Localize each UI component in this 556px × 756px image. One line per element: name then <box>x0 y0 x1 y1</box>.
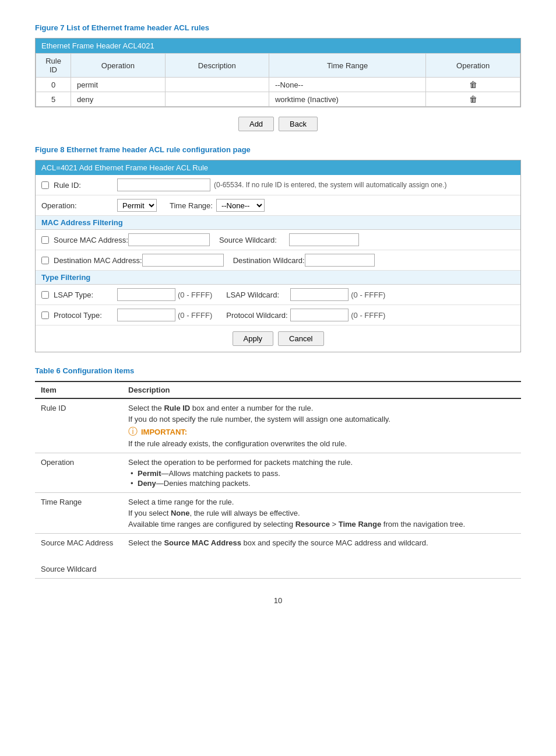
desc-line2: If you do not specify the rule number, t… <box>128 415 515 424</box>
table-row: Time Range Select a time range for the r… <box>35 493 521 534</box>
acl-table-wrapper: Ethernet Frame Header ACL4021 Rule ID Op… <box>35 38 521 107</box>
cell-delete[interactable]: 🗑 <box>426 78 520 92</box>
protocol-row: Protocol Type: (0 - FFFF) Protocol Wildc… <box>36 305 520 326</box>
trash-icon[interactable]: 🗑 <box>469 80 477 89</box>
table-row: Operation Select the operation to be per… <box>35 453 521 493</box>
desc-line1: Select the Rule ID box and enter a numbe… <box>128 404 515 412</box>
tr-desc2: If you select None, the rule will always… <box>128 509 515 517</box>
col-description: Description <box>165 54 269 78</box>
source-mac-label-wrap: Source MAC Address: <box>41 236 128 244</box>
tr-desc3: Available time ranges are configured by … <box>128 520 515 528</box>
dest-mac-checkbox[interactable] <box>41 257 49 264</box>
dest-mac-row: Destination MAC Address: Destination Wil… <box>36 250 520 271</box>
none-bold: None <box>171 509 190 517</box>
op-deny: Deny—Denies matching packets. <box>128 479 515 488</box>
figure7-section: Figure 7 List of Ethernet frame header A… <box>35 23 521 131</box>
table-row: Rule ID Select the Rule ID box and enter… <box>35 398 521 453</box>
acl-rules-table: Rule ID Operation Description Time Range… <box>36 53 520 107</box>
dest-mac-label-wrap: Destination MAC Address: <box>41 256 142 265</box>
cell-description <box>165 78 269 92</box>
col-operation: Operation <box>71 54 166 78</box>
rule-id-label-wrap: Rule ID: <box>41 181 117 190</box>
deny-bold: Deny <box>138 479 156 488</box>
back-button[interactable]: Back <box>279 117 318 131</box>
form-action-row: Apply Cancel <box>36 326 520 352</box>
protocol-range: (0 - FFFF) <box>178 311 212 320</box>
item-source: Source MAC Address Source Wildcard <box>35 534 122 579</box>
acl-table-header: Ethernet Frame Header ACL4021 <box>36 38 520 53</box>
lsap-wildcard-input[interactable] <box>290 288 349 301</box>
dest-mac-input[interactable] <box>142 254 224 267</box>
desc-line3: If the rule already exists, the configur… <box>128 439 515 448</box>
col-op2: Operation <box>426 54 520 78</box>
dest-wildcard-input[interactable] <box>305 254 375 267</box>
config-form-body: Rule ID: (0-65534. If no rule ID is ente… <box>36 175 520 352</box>
cell-description <box>165 92 269 107</box>
dest-mac-label: Destination MAC Address: <box>54 256 142 265</box>
cell-time-range: --None-- <box>269 78 425 92</box>
trash-icon[interactable]: 🗑 <box>469 94 477 104</box>
time-range-select[interactable]: --None-- worktime <box>216 199 265 212</box>
item-operation: Operation <box>35 453 122 493</box>
cell-operation: permit <box>71 78 166 92</box>
important-row: ⓘ IMPORTANT: <box>128 426 515 438</box>
table-row: 5 deny worktime (Inactive) 🗑 <box>36 92 520 107</box>
lsap-input[interactable] <box>117 288 175 301</box>
protocol-wildcard-label: Protocol Wildcard: <box>226 311 290 320</box>
cell-delete[interactable]: 🗑 <box>426 92 520 107</box>
config-items-table: Item Description Rule ID Select the Rule… <box>35 381 521 579</box>
lsap-row: LSAP Type: (0 - FFFF) LSAP Wildcard: (0 … <box>36 285 520 305</box>
important-label: IMPORTANT: <box>141 428 187 436</box>
tr-desc1: Select a time range for the rule. <box>128 498 515 506</box>
resource-bold: Resource <box>295 520 330 528</box>
source-wildcard-input[interactable] <box>289 233 359 246</box>
figure8-section: Figure 8 Ethernet frame header ACL rule … <box>35 145 521 352</box>
desc-rule-id: Select the Rule ID box and enter a numbe… <box>122 398 521 453</box>
lsap-range: (0 - FFFF) <box>178 290 212 299</box>
col-description: Description <box>122 382 521 398</box>
operation-label-wrap: Operation: <box>41 201 117 210</box>
rule-id-row: Rule ID: (0-65534. If no rule ID is ente… <box>36 175 520 195</box>
figure7-buttons: Add Back <box>35 117 521 131</box>
protocol-wildcard-input[interactable] <box>290 309 349 321</box>
time-range-label: Time Range: <box>170 201 213 210</box>
cancel-button[interactable]: Cancel <box>278 331 323 346</box>
table6-title: Table 6 Configuration items <box>35 366 521 375</box>
source-mac-label: Source MAC Address: <box>54 236 128 244</box>
source-wildcard-item: Source Wildcard <box>41 565 117 573</box>
add-button[interactable]: Add <box>238 117 274 131</box>
config-form-header: ACL=4021 Add Ethernet Frame Header ACL R… <box>36 160 520 175</box>
lsap-wildcard-label: LSAP Wildcard: <box>226 290 290 299</box>
source-mac-bold: Source MAC Address <box>164 538 241 547</box>
lsap-label-wrap: LSAP Type: <box>41 290 117 299</box>
figure7-title: Figure 7 List of Ethernet frame header A… <box>35 23 521 32</box>
important-icon: ⓘ <box>128 426 138 438</box>
timerange-bold: Time Range <box>339 520 381 528</box>
cell-time-range: worktime (Inactive) <box>269 92 425 107</box>
rule-id-checkbox[interactable] <box>41 181 49 189</box>
lsap-label: LSAP Type: <box>54 290 93 299</box>
mac-filtering-label: MAC Address Filtering <box>36 216 520 230</box>
lsap-wildcard-range: (0 - FFFF) <box>351 290 385 299</box>
protocol-checkbox[interactable] <box>41 312 49 319</box>
protocol-wildcard-range: (0 - FFFF) <box>351 311 385 320</box>
rule-id-label: Rule ID: <box>54 181 81 190</box>
type-filtering-label: Type Filtering <box>36 271 520 285</box>
source-mac-item: Source MAC Address <box>41 538 117 547</box>
source-mac-checkbox[interactable] <box>41 236 49 244</box>
rule-id-input[interactable] <box>117 178 210 191</box>
lsap-checkbox[interactable] <box>41 291 49 299</box>
protocol-input[interactable] <box>117 309 175 321</box>
figure8-title: Figure 8 Ethernet frame header ACL rule … <box>35 145 521 154</box>
col-rule-id: Rule ID <box>36 54 71 78</box>
op-desc1: Select the operation to be performed for… <box>128 458 515 467</box>
source-mac-input[interactable] <box>128 233 210 246</box>
table6-section: Table 6 Configuration items Item Descrip… <box>35 366 521 579</box>
col-item: Item <box>35 382 122 398</box>
cell-rule-id: 5 <box>36 92 71 107</box>
operation-select[interactable]: Permit Deny <box>117 199 157 212</box>
table-row: 0 permit --None-- 🗑 <box>36 78 520 92</box>
apply-button[interactable]: Apply <box>233 331 274 346</box>
page-number: 10 <box>35 596 521 605</box>
op-permit: Permit—Allows matching packets to pass. <box>128 469 515 478</box>
